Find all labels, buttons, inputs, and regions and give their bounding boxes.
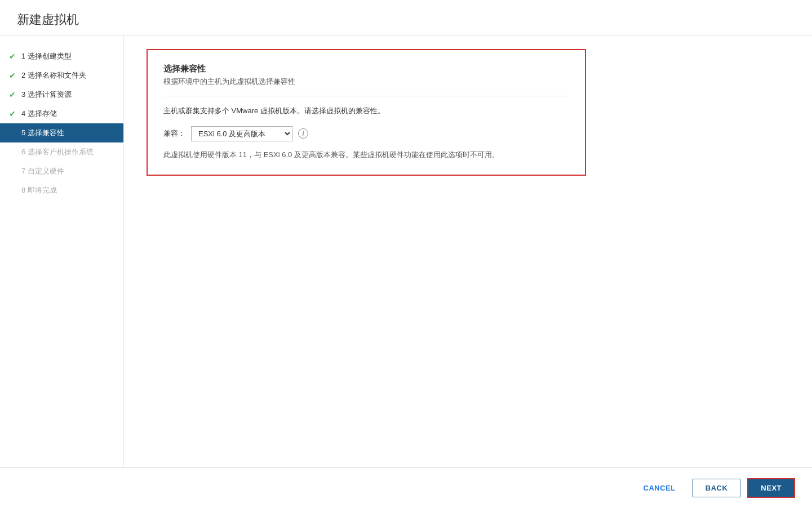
panel-divider [163,96,569,96]
sidebar-item-step6: 6 选择客户机操作系统 [0,142,123,162]
compat-label: 兼容： [163,128,185,139]
sidebar-item-label: 6 选择客户机操作系统 [21,147,94,157]
check-icon: ✔ [9,52,18,61]
sidebar-item-step1[interactable]: ✔1 选择创建类型 [0,47,123,66]
dialog-header: 新建虚拟机 [0,0,812,35]
check-icon: ✔ [9,71,18,80]
sidebar-item-step3[interactable]: ✔3 选择计算资源 [0,85,123,104]
new-vm-dialog: 新建虚拟机 ✔1 选择创建类型✔2 选择名称和文件夹✔3 选择计算资源✔4 选择… [0,0,812,508]
panel-subtitle: 根据环境中的主机为此虚拟机选择兼容性 [163,77,569,87]
sidebar-item-step4[interactable]: ✔4 选择存储 [0,104,123,123]
panel-title: 选择兼容性 [163,64,569,74]
sidebar-item-label: 8 即将完成 [21,185,57,195]
sidebar-item-label: 5 选择兼容性 [21,128,64,138]
main-content: 选择兼容性 根据环境中的主机为此虚拟机选择兼容性 主机或群集支持多个 VMwar… [124,35,812,467]
info-icon[interactable]: i [298,128,308,139]
content-panel: 选择兼容性 根据环境中的主机为此虚拟机选择兼容性 主机或群集支持多个 VMwar… [147,49,586,176]
sidebar-item-label: 7 自定义硬件 [21,166,64,176]
sidebar-item-label: 1 选择创建类型 [21,51,72,61]
compat-note: 此虚拟机使用硬件版本 11，与 ESXi 6.0 及更高版本兼容。某些虚拟机硬件… [163,149,569,161]
sidebar-item-step7: 7 自定义硬件 [0,162,123,181]
sidebar-item-label: 2 选择名称和文件夹 [21,70,86,81]
next-button[interactable]: NEXT [747,478,795,498]
dialog-title: 新建虚拟机 [17,11,795,28]
compat-select[interactable]: ESXi 6.0 及更高版本ESXi 6.5 及更高版本ESXi 6.7 及更高… [191,126,292,141]
cancel-button[interactable]: CANCEL [633,479,686,497]
sidebar-item-label: 3 选择计算资源 [21,90,72,100]
sidebar-item-step8: 8 即将完成 [0,181,123,200]
dialog-body: ✔1 选择创建类型✔2 选择名称和文件夹✔3 选择计算资源✔4 选择存储5 选择… [0,35,812,467]
back-button[interactable]: BACK [693,479,741,497]
sidebar-item-step5[interactable]: 5 选择兼容性 [0,123,123,142]
dialog-footer: CANCEL BACK NEXT [0,467,812,508]
sidebar-item-label: 4 选择存储 [21,109,57,119]
sidebar: ✔1 选择创建类型✔2 选择名称和文件夹✔3 选择计算资源✔4 选择存储5 选择… [0,35,124,467]
check-icon: ✔ [9,90,18,99]
panel-description: 主机或群集支持多个 VMware 虚拟机版本。请选择虚拟机的兼容性。 [163,105,569,117]
compat-row: 兼容： ESXi 6.0 及更高版本ESXi 6.5 及更高版本ESXi 6.7… [163,126,569,141]
check-icon: ✔ [9,109,18,118]
sidebar-item-step2[interactable]: ✔2 选择名称和文件夹 [0,66,123,85]
